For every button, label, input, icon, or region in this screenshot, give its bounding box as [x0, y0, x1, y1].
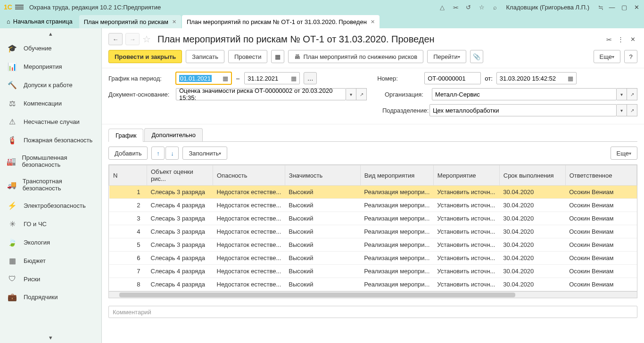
- print-plan-button[interactable]: 🖶План мероприятий по снижению рисков: [288, 50, 423, 63]
- nav-back-button[interactable]: ←: [108, 33, 123, 45]
- sidebar-item[interactable]: 🧯Пожарная безопасность: [0, 131, 101, 149]
- nav-icon: 🎓: [7, 44, 18, 53]
- sidebar-item[interactable]: ⚖Компенсации: [0, 94, 101, 113]
- nav-forward-button[interactable]: →: [125, 33, 140, 45]
- dropdown-icon[interactable]: ▾: [346, 88, 356, 100]
- sidebar-item[interactable]: 💼Подрядчики: [0, 288, 101, 306]
- save-button[interactable]: Записать: [186, 50, 224, 63]
- table-more-button[interactable]: Еще: [611, 147, 637, 160]
- nav-icon: 🧯: [7, 136, 18, 145]
- col-sig[interactable]: Значимость: [285, 165, 360, 186]
- col-resp[interactable]: Ответственное: [565, 165, 636, 186]
- history-icon[interactable]: ↺: [465, 4, 472, 11]
- calendar-icon[interactable]: ▦: [223, 75, 228, 82]
- sidebar-collapse-down[interactable]: ▾: [0, 332, 101, 343]
- sidebar-item[interactable]: 🔨Допуски к работе: [0, 76, 101, 94]
- table-row[interactable]: 8Слесарь 4 разрядаНедостаток естестве...…: [109, 278, 637, 291]
- user-name[interactable]: Кладовщик (Григорьева Л.П.): [506, 4, 589, 11]
- table-row[interactable]: 7Слесарь 4 разрядаНедостаток естестве...…: [109, 265, 637, 278]
- sidebar-item[interactable]: ▦Бюджет: [0, 252, 101, 270]
- open-icon[interactable]: ↗: [356, 88, 367, 100]
- tab-close-icon[interactable]: ✕: [172, 19, 176, 25]
- col-act[interactable]: Мероприятие: [433, 165, 499, 186]
- dept-input[interactable]: Цех металлообработки: [429, 104, 617, 116]
- table-row[interactable]: 6Слесарь 4 разрядаНедостаток естестве...…: [109, 252, 637, 265]
- sidebar-collapse-up[interactable]: ▴: [0, 28, 101, 39]
- minimize-button[interactable]: —: [608, 4, 616, 11]
- help-button[interactable]: ?: [624, 50, 637, 63]
- sidebar-item[interactable]: ⚠Несчастные случаи: [0, 113, 101, 131]
- fill-button[interactable]: Заполнить: [182, 147, 227, 160]
- more-button[interactable]: Еще: [594, 50, 620, 63]
- sidebar-item[interactable]: ⚡Электробезопасность: [0, 196, 101, 215]
- sidebar-item[interactable]: 🍃Экология: [0, 233, 101, 252]
- move-up-button[interactable]: ↑: [151, 147, 165, 160]
- col-n[interactable]: N: [109, 165, 147, 186]
- sidebar-item[interactable]: 🏭Промышленная безопасность: [0, 149, 101, 173]
- attachment-button[interactable]: 📎: [470, 50, 483, 63]
- sidebar-item[interactable]: 🎓Обучение: [0, 39, 101, 57]
- basis-label: Документ-основание:: [108, 91, 172, 98]
- bell-icon[interactable]: △: [438, 4, 446, 11]
- star-icon[interactable]: ☆: [478, 4, 486, 11]
- org-input[interactable]: Металл-Сервис: [432, 88, 617, 100]
- open-icon[interactable]: ↗: [627, 104, 637, 116]
- open-icon[interactable]: ↗: [627, 88, 637, 100]
- col-kind[interactable]: Вид мероприятия: [360, 165, 433, 186]
- more-icon[interactable]: ⋮: [616, 36, 625, 43]
- tab-close-icon[interactable]: ✕: [371, 19, 375, 25]
- close-window-button[interactable]: ✕: [633, 4, 640, 11]
- home-tab[interactable]: ⌂Начальная страница: [0, 14, 79, 28]
- sidebar-item[interactable]: 🛡Риски: [0, 270, 101, 288]
- home-label: Начальная страница: [13, 18, 73, 25]
- move-down-button[interactable]: ↓: [165, 147, 179, 160]
- table-row[interactable]: 3Слесарь 3 разрядаНедостаток естестве...…: [109, 212, 637, 225]
- col-due[interactable]: Срок выполнения: [499, 165, 565, 186]
- sidebar-item[interactable]: ✳ГО и ЧС: [0, 215, 101, 233]
- nav-icon: 💼: [7, 293, 18, 302]
- comment-input[interactable]: Комментарий: [108, 306, 637, 318]
- table-row[interactable]: 5Слесарь 3 разрядаНедостаток естестве...…: [109, 238, 637, 252]
- nav-icon: ⚠: [7, 117, 18, 126]
- post-close-button[interactable]: Провести и закрыть: [108, 50, 182, 63]
- maximize-button[interactable]: ▢: [620, 4, 628, 11]
- date-input[interactable]: 31.03.2020 15:42:52▦: [496, 72, 577, 84]
- period-ellipsis-button[interactable]: …: [304, 72, 317, 84]
- link-icon[interactable]: ⫘: [452, 4, 459, 11]
- sidebar-item[interactable]: 🚚Транспортная безопасность: [0, 173, 101, 196]
- tab-plan-doc[interactable]: План мероприятий по рискам № ОТ-1 от 31.…: [182, 15, 380, 28]
- tab-additional[interactable]: Дополнительно: [144, 128, 203, 141]
- basis-input[interactable]: Оценка значимости риска ОТ-00000002 от 2…: [176, 88, 346, 100]
- hamburger-icon[interactable]: [15, 4, 24, 10]
- dropdown-icon[interactable]: ▾: [617, 104, 627, 116]
- sidebar-item[interactable]: 📊Мероприятия: [0, 57, 101, 76]
- calendar-icon[interactable]: ▦: [291, 75, 297, 82]
- favorite-icon[interactable]: ☆: [142, 33, 153, 45]
- horizontal-scrollbar[interactable]: [108, 292, 637, 298]
- print-icon: 🖶: [294, 53, 300, 60]
- nav-icon: 🔨: [7, 81, 18, 90]
- number-input[interactable]: ОТ-00000001: [424, 72, 481, 84]
- table-row[interactable]: 2Слесарь 4 разрядаНедостаток естестве...…: [109, 199, 637, 212]
- tab-plan-list[interactable]: План мероприятий по рискам✕: [79, 15, 181, 28]
- add-button[interactable]: Добавить: [108, 147, 148, 160]
- col-obj[interactable]: Объект оценки рис...: [147, 165, 213, 186]
- close-icon[interactable]: ✕: [628, 36, 637, 43]
- table-header-row: N Объект оценки рис... Опасность Значимо…: [109, 165, 637, 186]
- tab-schedule[interactable]: График: [108, 129, 143, 142]
- search-icon[interactable]: ⌕: [491, 4, 499, 11]
- dropdown-icon[interactable]: ▾: [617, 88, 627, 100]
- nav-icon: 📊: [7, 62, 18, 71]
- calendar-icon[interactable]: ▦: [568, 75, 573, 82]
- settings-icon[interactable]: ≒: [597, 4, 604, 11]
- date-button[interactable]: ▦: [271, 50, 284, 63]
- link-icon[interactable]: ⫘: [603, 36, 613, 43]
- period-to-input[interactable]: 31.12.2021▦: [244, 72, 300, 84]
- post-button[interactable]: Провести: [228, 50, 268, 63]
- table-row[interactable]: 1Слесарь 3 разрядаНедостаток естестве...…: [109, 186, 637, 199]
- table-row[interactable]: 4Слесарь 3 разрядаНедостаток естестве...…: [109, 225, 637, 238]
- app-logo: 1C: [4, 3, 12, 11]
- period-from-input[interactable]: 01.01.2021▦: [176, 72, 231, 84]
- goto-button[interactable]: Перейти: [427, 50, 466, 63]
- col-danger[interactable]: Опасность: [213, 165, 285, 186]
